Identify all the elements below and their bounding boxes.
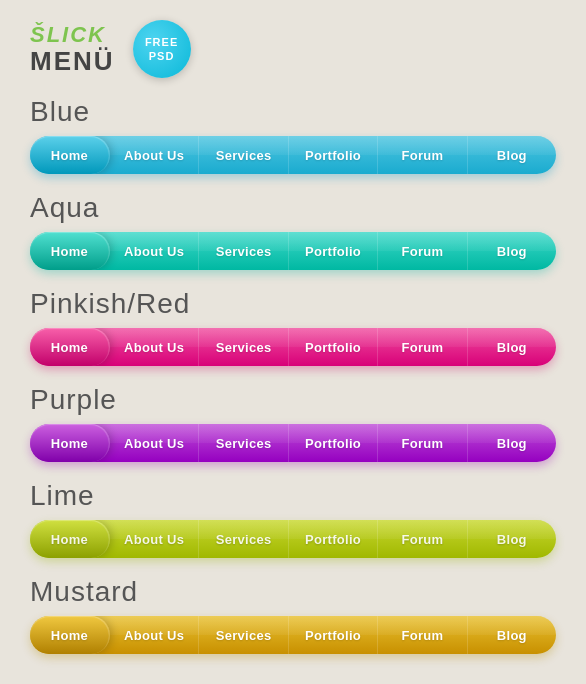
nav-item-lime-portfolio[interactable]: Portfolio bbox=[289, 520, 378, 558]
menu-bar-mustard: HomeAbout UsServicesPortfolioForumBlog bbox=[30, 616, 556, 654]
section-label-lime: Lime bbox=[30, 480, 556, 512]
menu-section-lime: LimeHomeAbout UsServicesPortfolioForumBl… bbox=[30, 480, 556, 558]
nav-item-mustard-portfolio[interactable]: Portfolio bbox=[289, 616, 378, 654]
menu-section-blue: BlueHomeAbout UsServicesPortfolioForumBl… bbox=[30, 96, 556, 174]
logo-menu: MENÜ bbox=[30, 47, 115, 76]
menu-section-pink: Pinkish/RedHomeAbout UsServicesPortfolio… bbox=[30, 288, 556, 366]
menu-section-aqua: AquaHomeAbout UsServicesPortfolioForumBl… bbox=[30, 192, 556, 270]
nav-item-pink-about-us[interactable]: About Us bbox=[110, 328, 199, 366]
nav-item-purple-portfolio[interactable]: Portfolio bbox=[289, 424, 378, 462]
nav-item-purple-blog[interactable]: Blog bbox=[468, 424, 556, 462]
nav-item-mustard-home[interactable]: Home bbox=[30, 616, 110, 654]
menu-bar-purple: HomeAbout UsServicesPortfolioForumBlog bbox=[30, 424, 556, 462]
nav-item-lime-services[interactable]: Services bbox=[199, 520, 288, 558]
nav-item-pink-home[interactable]: Home bbox=[30, 328, 110, 366]
nav-item-lime-forum[interactable]: Forum bbox=[378, 520, 467, 558]
nav-item-aqua-home[interactable]: Home bbox=[30, 232, 110, 270]
nav-item-purple-services[interactable]: Services bbox=[199, 424, 288, 462]
nav-item-pink-blog[interactable]: Blog bbox=[468, 328, 556, 366]
nav-item-lime-home[interactable]: Home bbox=[30, 520, 110, 558]
nav-item-aqua-about-us[interactable]: About Us bbox=[110, 232, 199, 270]
section-label-mustard: Mustard bbox=[30, 576, 556, 608]
menu-bar-lime: HomeAbout UsServicesPortfolioForumBlog bbox=[30, 520, 556, 558]
nav-item-pink-forum[interactable]: Forum bbox=[378, 328, 467, 366]
nav-item-aqua-services[interactable]: Services bbox=[199, 232, 288, 270]
menu-section-mustard: MustardHomeAbout UsServicesPortfolioForu… bbox=[30, 576, 556, 654]
nav-item-blue-portfolio[interactable]: Portfolio bbox=[289, 136, 378, 174]
nav-item-lime-about-us[interactable]: About Us bbox=[110, 520, 199, 558]
nav-item-pink-services[interactable]: Services bbox=[199, 328, 288, 366]
nav-item-blue-about-us[interactable]: About Us bbox=[110, 136, 199, 174]
nav-item-blue-home[interactable]: Home bbox=[30, 136, 110, 174]
menu-bar-blue: HomeAbout UsServicesPortfolioForumBlog bbox=[30, 136, 556, 174]
section-label-blue: Blue bbox=[30, 96, 556, 128]
nav-item-lime-blog[interactable]: Blog bbox=[468, 520, 556, 558]
nav-item-mustard-forum[interactable]: Forum bbox=[378, 616, 467, 654]
nav-item-aqua-blog[interactable]: Blog bbox=[468, 232, 556, 270]
header: ŠLICK MENÜ FREE PSD bbox=[30, 20, 556, 78]
nav-item-mustard-services[interactable]: Services bbox=[199, 616, 288, 654]
nav-item-purple-home[interactable]: Home bbox=[30, 424, 110, 462]
section-label-purple: Purple bbox=[30, 384, 556, 416]
nav-item-blue-services[interactable]: Services bbox=[199, 136, 288, 174]
nav-item-blue-forum[interactable]: Forum bbox=[378, 136, 467, 174]
section-label-pink: Pinkish/Red bbox=[30, 288, 556, 320]
menu-section-purple: PurpleHomeAbout UsServicesPortfolioForum… bbox=[30, 384, 556, 462]
logo-slick: ŠLICK bbox=[30, 23, 115, 47]
free-psd-badge: FREE PSD bbox=[133, 20, 191, 78]
menu-bar-pink: HomeAbout UsServicesPortfolioForumBlog bbox=[30, 328, 556, 366]
nav-item-aqua-portfolio[interactable]: Portfolio bbox=[289, 232, 378, 270]
menu-bar-aqua: HomeAbout UsServicesPortfolioForumBlog bbox=[30, 232, 556, 270]
nav-item-mustard-about-us[interactable]: About Us bbox=[110, 616, 199, 654]
section-label-aqua: Aqua bbox=[30, 192, 556, 224]
nav-item-purple-about-us[interactable]: About Us bbox=[110, 424, 199, 462]
nav-item-blue-blog[interactable]: Blog bbox=[468, 136, 556, 174]
nav-item-pink-portfolio[interactable]: Portfolio bbox=[289, 328, 378, 366]
nav-item-mustard-blog[interactable]: Blog bbox=[468, 616, 556, 654]
nav-item-purple-forum[interactable]: Forum bbox=[378, 424, 467, 462]
nav-item-aqua-forum[interactable]: Forum bbox=[378, 232, 467, 270]
